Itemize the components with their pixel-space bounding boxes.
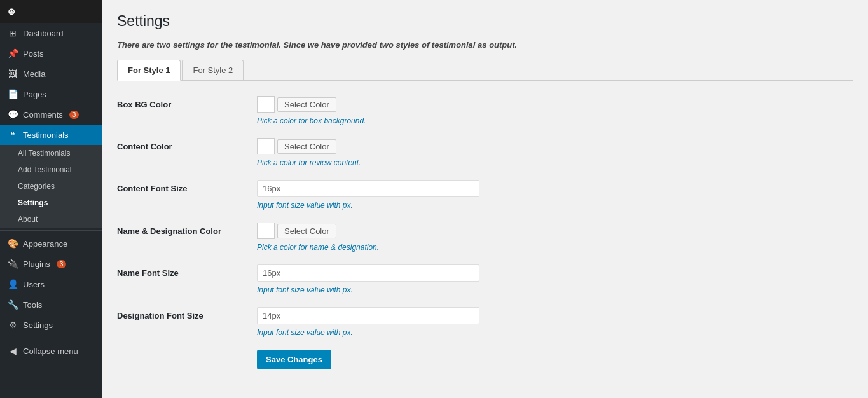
save-changes-button[interactable]: Save Changes (257, 350, 331, 369)
sidebar-item-tools[interactable]: 🔧 Tools (0, 294, 102, 315)
box-bg-color-field: Select Color Pick a color for box backgr… (257, 96, 853, 125)
box-bg-color-hint: Pick a color for box background. (257, 116, 853, 125)
content-color-button[interactable]: Select Color (277, 139, 336, 154)
sidebar-item-label: Dashboard (23, 29, 64, 38)
sidebar-item-settings[interactable]: Settings (0, 195, 102, 211)
sidebar-item-add-testimonial[interactable]: Add Testimonial (0, 161, 102, 178)
box-bg-color-button[interactable]: Select Color (277, 97, 336, 112)
sidebar-item-testimonials[interactable]: ❝ Testimonials (0, 125, 102, 145)
sidebar-item-dashboard[interactable]: ⊞ Dashboard (0, 23, 102, 43)
media-icon: 🖼 (8, 69, 18, 79)
designation-font-size-label: Designation Font Size (117, 307, 257, 320)
appearance-icon: 🎨 (8, 238, 18, 249)
name-designation-color-label: Name & Designation Color (117, 223, 257, 236)
pages-icon: 📄 (8, 89, 18, 99)
intro-text: There are two settings for the testimoni… (117, 40, 853, 50)
box-bg-color-row: Box BG Color Select Color Pick a color f… (117, 96, 853, 125)
sidebar-item-label: Plugins (23, 259, 50, 269)
name-font-size-input[interactable] (257, 264, 479, 282)
content-color-swatch[interactable] (257, 138, 275, 154)
sidebar-item-posts[interactable]: 📌 Posts (0, 43, 102, 64)
collapse-label: Collapse menu (23, 347, 78, 356)
testimonials-icon: ❝ (8, 130, 18, 140)
content-color-picker: Select Color (257, 138, 853, 154)
save-row: Save Changes (117, 350, 853, 369)
dashboard-icon: ⊞ (8, 28, 18, 38)
name-designation-color-hint: Pick a color for name & designation. (257, 243, 853, 252)
name-designation-color-row: Name & Designation Color Select Color Pi… (117, 223, 853, 252)
sidebar-collapse-menu[interactable]: ◀ Collapse menu (0, 341, 102, 361)
name-font-size-field: Input font size value with px. (257, 264, 853, 294)
main-content: Settings There are two settings for the … (102, 0, 868, 398)
designation-font-size-row: Designation Font Size Input font size va… (117, 307, 853, 337)
content-font-size-hint: Input font size value with px. (257, 201, 853, 210)
designation-font-size-input[interactable] (257, 307, 479, 324)
users-icon: 👤 (8, 279, 18, 289)
name-designation-color-swatch[interactable] (257, 223, 275, 239)
designation-font-size-hint: Input font size value with px. (257, 328, 853, 337)
comments-badge: 3 (69, 111, 79, 119)
content-font-size-label: Content Font Size (117, 180, 257, 193)
settings-form: Box BG Color Select Color Pick a color f… (117, 96, 853, 369)
content-color-label: Content Color (117, 138, 257, 151)
sidebar-item-label: Users (23, 280, 45, 289)
sidebar-item-categories[interactable]: Categories (0, 178, 102, 195)
name-designation-color-field: Select Color Pick a color for name & des… (257, 223, 853, 252)
sidebar-item-settings-main[interactable]: ⚙ Settings (0, 315, 102, 335)
sidebar-divider-2 (0, 338, 102, 338)
comments-icon: 💬 (8, 109, 18, 120)
name-designation-color-button[interactable]: Select Color (277, 224, 336, 238)
sidebar-item-label: Tools (23, 300, 42, 310)
style-tabs: For Style 1 For Style 2 (117, 60, 853, 81)
plugins-icon: 🔌 (8, 259, 18, 269)
sidebar: ⊛ ⊞ Dashboard 📌 Posts 🖼 Media 📄 Pages 💬 … (0, 0, 102, 398)
posts-icon: 📌 (8, 48, 18, 58)
name-designation-color-picker: Select Color (257, 223, 853, 239)
collapse-icon: ◀ (8, 346, 18, 356)
designation-font-size-field: Input font size value with px. (257, 307, 853, 337)
box-bg-color-swatch[interactable] (257, 96, 275, 113)
wp-logo-icon: ⊛ (8, 6, 15, 17)
tab-style1[interactable]: For Style 1 (117, 60, 181, 81)
plugins-badge: 3 (57, 260, 67, 268)
sidebar-item-comments[interactable]: 💬 Comments 3 (0, 104, 102, 125)
tab-style2[interactable]: For Style 2 (182, 60, 244, 80)
testimonials-submenu: All Testimonials Add Testimonial Categor… (0, 145, 102, 228)
sidebar-item-appearance[interactable]: 🎨 Appearance (0, 233, 102, 254)
sidebar-item-all-testimonials[interactable]: All Testimonials (0, 145, 102, 161)
sidebar-divider (0, 230, 102, 231)
sidebar-item-label: Pages (23, 90, 46, 99)
name-font-size-label: Name Font Size (117, 264, 257, 278)
sidebar-item-label: Settings (23, 320, 53, 330)
sidebar-item-media[interactable]: 🖼 Media (0, 64, 102, 84)
settings-icon: ⚙ (8, 320, 18, 330)
name-font-size-hint: Input font size value with px. (257, 285, 853, 294)
content-color-hint: Pick a color for review content. (257, 158, 853, 167)
sidebar-item-label: Comments (23, 110, 63, 120)
box-bg-color-label: Box BG Color (117, 96, 257, 109)
sidebar-item-label: Posts (23, 49, 44, 58)
tools-icon: 🔧 (8, 299, 18, 310)
content-font-size-field: Input font size value with px. (257, 180, 853, 210)
name-font-size-row: Name Font Size Input font size value wit… (117, 264, 853, 294)
box-bg-color-picker: Select Color (257, 96, 853, 113)
sidebar-item-pages[interactable]: 📄 Pages (0, 84, 102, 104)
page-title: Settings (117, 13, 853, 30)
sidebar-item-label: Appearance (23, 239, 67, 249)
sidebar-item-label: Media (23, 69, 45, 79)
sidebar-item-plugins[interactable]: 🔌 Plugins 3 (0, 254, 102, 274)
sidebar-item-label: Testimonials (23, 130, 69, 140)
content-font-size-row: Content Font Size Input font size value … (117, 180, 853, 210)
content-color-row: Content Color Select Color Pick a color … (117, 138, 853, 167)
sidebar-item-users[interactable]: 👤 Users (0, 274, 102, 294)
wp-logo: ⊛ (0, 0, 102, 23)
sidebar-item-about[interactable]: About (0, 211, 102, 228)
content-font-size-input[interactable] (257, 180, 479, 197)
content-color-field: Select Color Pick a color for review con… (257, 138, 853, 167)
